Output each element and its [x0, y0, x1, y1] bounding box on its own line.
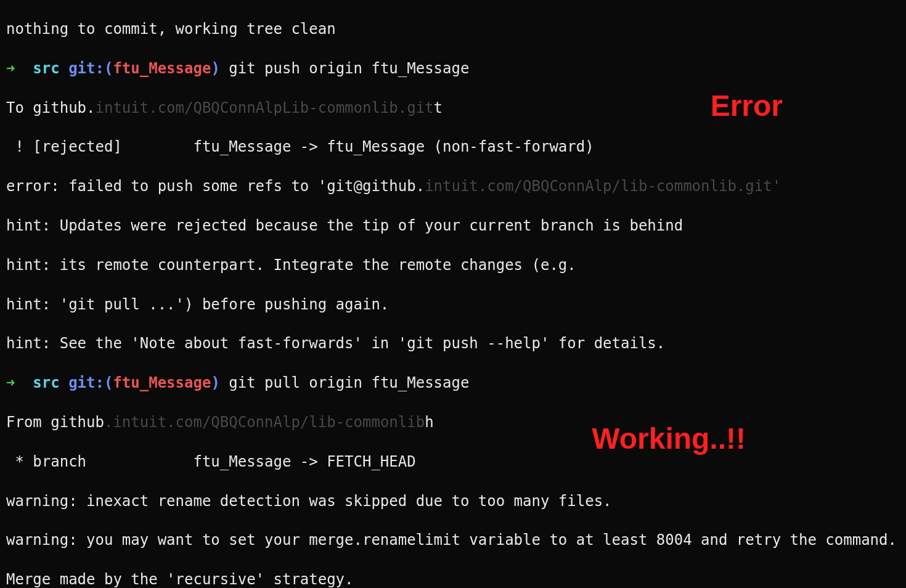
prompt-git-suffix: ): [211, 374, 219, 391]
prompt-dir: src: [33, 60, 59, 77]
output-line: Merge made by the 'recursive' strategy.: [6, 570, 900, 588]
prompt-git-suffix: ): [211, 60, 219, 77]
prompt-line: ➜ src git:(ftu_Message) git pull origin …: [6, 374, 900, 393]
prompt-branch: ftu_Message: [113, 374, 211, 391]
prompt-git-prefix: git:(: [68, 374, 113, 391]
output-line: hint: Updates were rejected because the …: [6, 216, 900, 236]
output-line: warning: inexact rename detection was sk…: [6, 492, 900, 512]
annotation-error: Error: [711, 86, 783, 126]
prompt-arrow-icon: ➜: [6, 374, 15, 391]
output-line: From github.intuit.com/QBQConnAlp/lib-co…: [6, 413, 900, 433]
prompt-branch: ftu_Message: [113, 60, 211, 77]
output-line: * branch ftu_Message -> FETCH_HEAD: [6, 452, 900, 472]
output-line: ! [rejected] ftu_Message -> ftu_Message …: [6, 137, 900, 157]
output-line: error: failed to push some refs to 'git@…: [6, 177, 900, 197]
annotation-working: Working..!!: [592, 419, 746, 459]
prompt-dir: src: [33, 374, 59, 391]
output-line: hint: See the 'Note about fast-forwards'…: [6, 334, 900, 354]
prompt-line: ➜ src git:(ftu_Message) git push origin …: [6, 59, 900, 79]
command-text: git pull origin ftu_Message: [229, 374, 469, 391]
prompt-arrow-icon: ➜: [6, 60, 15, 77]
output-line: warning: you may want to set your merge.…: [6, 531, 900, 550]
command-text: git push origin ftu_Message: [229, 60, 469, 77]
prompt-git-prefix: git:(: [68, 60, 113, 77]
output-line: hint: 'git pull ...') before pushing aga…: [6, 295, 900, 315]
output-line: hint: its remote counterpart. Integrate …: [6, 256, 900, 276]
output-line: nothing to commit, working tree clean: [6, 20, 900, 39]
